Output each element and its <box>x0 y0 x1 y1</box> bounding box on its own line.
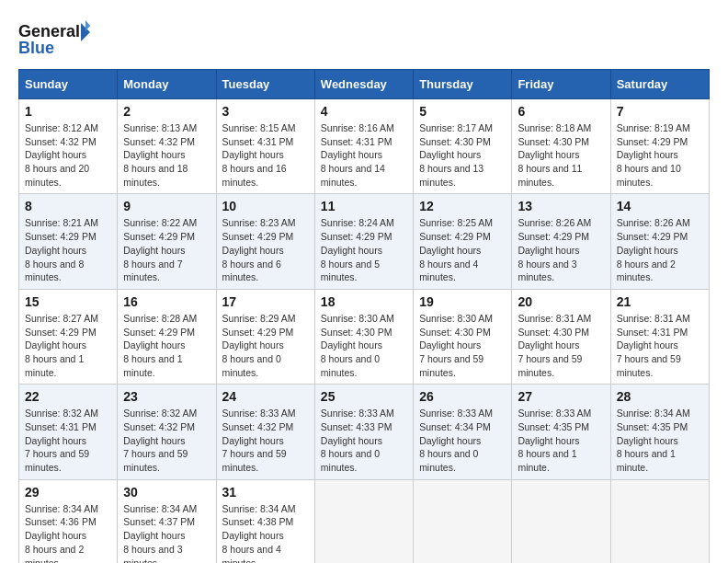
day-number: 20 <box>518 294 604 309</box>
day-number: 1 <box>25 104 111 119</box>
calendar-cell: 25Sunrise: 8:33 AMSunset: 4:33 PMDayligh… <box>314 385 413 479</box>
day-info: Sunrise: 8:22 AMSunset: 4:29 PMDaylight … <box>123 216 210 283</box>
day-info: Sunrise: 8:34 AMSunset: 4:38 PMDaylight … <box>222 502 309 563</box>
day-number: 29 <box>25 485 111 500</box>
calendar-cell: 22Sunrise: 8:32 AMSunset: 4:31 PMDayligh… <box>19 385 118 479</box>
page-header: General Blue <box>18 18 710 60</box>
calendar-cell: 7Sunrise: 8:19 AMSunset: 4:29 PMDaylight… <box>610 99 709 194</box>
day-number: 18 <box>321 294 407 309</box>
calendar-week-1: 1Sunrise: 8:12 AMSunset: 4:32 PMDaylight… <box>19 99 710 194</box>
logo: General Blue <box>18 18 92 60</box>
svg-text:General: General <box>18 22 80 40</box>
svg-text:Blue: Blue <box>18 39 54 57</box>
day-number: 30 <box>123 485 210 500</box>
day-number: 28 <box>617 389 703 404</box>
calendar-cell: 23Sunrise: 8:32 AMSunset: 4:32 PMDayligh… <box>118 385 216 479</box>
calendar-cell: 21Sunrise: 8:31 AMSunset: 4:31 PMDayligh… <box>610 289 709 384</box>
weekday-header-wednesday: Wednesday <box>314 70 413 99</box>
calendar-cell: 17Sunrise: 8:29 AMSunset: 4:29 PMDayligh… <box>216 289 314 384</box>
day-info: Sunrise: 8:29 AMSunset: 4:29 PMDaylight … <box>222 312 309 379</box>
calendar-cell: 31Sunrise: 8:34 AMSunset: 4:38 PMDayligh… <box>216 479 314 563</box>
calendar-week-4: 22Sunrise: 8:32 AMSunset: 4:31 PMDayligh… <box>19 385 710 479</box>
calendar-cell: 27Sunrise: 8:33 AMSunset: 4:35 PMDayligh… <box>512 385 610 479</box>
day-number: 23 <box>123 389 210 404</box>
svg-marker-3 <box>85 20 90 31</box>
calendar-cell: 5Sunrise: 8:17 AMSunset: 4:30 PMDaylight… <box>414 99 512 194</box>
day-number: 8 <box>25 199 111 213</box>
calendar-cell: 30Sunrise: 8:34 AMSunset: 4:37 PMDayligh… <box>118 479 216 563</box>
calendar-week-2: 8Sunrise: 8:21 AMSunset: 4:29 PMDaylight… <box>19 194 710 289</box>
calendar-cell: 9Sunrise: 8:22 AMSunset: 4:29 PMDaylight… <box>118 194 216 289</box>
day-info: Sunrise: 8:18 AMSunset: 4:30 PMDaylight … <box>518 121 604 189</box>
empty-cell <box>314 479 413 563</box>
empty-cell <box>610 479 709 563</box>
calendar-cell: 3Sunrise: 8:15 AMSunset: 4:31 PMDaylight… <box>216 99 314 194</box>
calendar-cell: 15Sunrise: 8:27 AMSunset: 4:29 PMDayligh… <box>19 289 118 384</box>
day-info: Sunrise: 8:13 AMSunset: 4:32 PMDaylight … <box>123 121 210 189</box>
day-number: 4 <box>321 104 407 119</box>
day-info: Sunrise: 8:33 AMSunset: 4:34 PMDaylight … <box>419 407 506 474</box>
day-number: 10 <box>222 199 309 213</box>
calendar-cell: 12Sunrise: 8:25 AMSunset: 4:29 PMDayligh… <box>414 194 512 289</box>
day-number: 7 <box>617 104 703 119</box>
day-info: Sunrise: 8:15 AMSunset: 4:31 PMDaylight … <box>222 121 309 189</box>
day-number: 27 <box>518 389 604 404</box>
day-number: 2 <box>123 104 210 119</box>
day-number: 9 <box>123 199 210 213</box>
day-info: Sunrise: 8:17 AMSunset: 4:30 PMDaylight … <box>419 121 506 189</box>
day-number: 11 <box>321 199 407 213</box>
calendar-cell: 2Sunrise: 8:13 AMSunset: 4:32 PMDaylight… <box>118 99 216 194</box>
day-number: 3 <box>222 104 309 119</box>
weekday-header-friday: Friday <box>512 70 610 99</box>
weekday-header-row: SundayMondayTuesdayWednesdayThursdayFrid… <box>19 70 710 99</box>
day-info: Sunrise: 8:33 AMSunset: 4:32 PMDaylight … <box>222 407 309 474</box>
calendar-cell: 16Sunrise: 8:28 AMSunset: 4:29 PMDayligh… <box>118 289 216 384</box>
day-number: 21 <box>617 294 703 309</box>
day-number: 5 <box>419 104 506 119</box>
logo-svg: General Blue <box>18 18 92 60</box>
day-info: Sunrise: 8:21 AMSunset: 4:29 PMDaylight … <box>25 216 111 283</box>
calendar-cell: 1Sunrise: 8:12 AMSunset: 4:32 PMDaylight… <box>19 99 118 194</box>
day-info: Sunrise: 8:34 AMSunset: 4:37 PMDaylight … <box>123 502 210 563</box>
day-number: 17 <box>222 294 309 309</box>
day-info: Sunrise: 8:23 AMSunset: 4:29 PMDaylight … <box>222 216 309 283</box>
day-number: 31 <box>222 485 309 500</box>
calendar-cell: 19Sunrise: 8:30 AMSunset: 4:30 PMDayligh… <box>414 289 512 384</box>
calendar-cell: 11Sunrise: 8:24 AMSunset: 4:29 PMDayligh… <box>314 194 413 289</box>
calendar-cell: 20Sunrise: 8:31 AMSunset: 4:30 PMDayligh… <box>512 289 610 384</box>
calendar-cell: 10Sunrise: 8:23 AMSunset: 4:29 PMDayligh… <box>216 194 314 289</box>
weekday-header-tuesday: Tuesday <box>216 70 314 99</box>
day-number: 19 <box>419 294 506 309</box>
day-number: 25 <box>321 389 407 404</box>
calendar-cell: 4Sunrise: 8:16 AMSunset: 4:31 PMDaylight… <box>314 99 413 194</box>
day-number: 12 <box>419 199 506 213</box>
day-info: Sunrise: 8:34 AMSunset: 4:36 PMDaylight … <box>25 502 111 563</box>
day-info: Sunrise: 8:34 AMSunset: 4:35 PMDaylight … <box>617 407 703 474</box>
calendar-week-3: 15Sunrise: 8:27 AMSunset: 4:29 PMDayligh… <box>19 289 710 384</box>
day-info: Sunrise: 8:31 AMSunset: 4:31 PMDaylight … <box>617 312 703 379</box>
day-info: Sunrise: 8:30 AMSunset: 4:30 PMDaylight … <box>419 312 506 379</box>
day-info: Sunrise: 8:24 AMSunset: 4:29 PMDaylight … <box>321 216 407 283</box>
weekday-header-monday: Monday <box>118 70 216 99</box>
day-number: 16 <box>123 294 210 309</box>
day-info: Sunrise: 8:12 AMSunset: 4:32 PMDaylight … <box>25 121 111 189</box>
calendar-cell: 24Sunrise: 8:33 AMSunset: 4:32 PMDayligh… <box>216 385 314 479</box>
day-info: Sunrise: 8:26 AMSunset: 4:29 PMDaylight … <box>518 216 604 283</box>
calendar-cell: 26Sunrise: 8:33 AMSunset: 4:34 PMDayligh… <box>414 385 512 479</box>
calendar-cell: 8Sunrise: 8:21 AMSunset: 4:29 PMDaylight… <box>19 194 118 289</box>
day-number: 26 <box>419 389 506 404</box>
day-info: Sunrise: 8:33 AMSunset: 4:33 PMDaylight … <box>321 407 407 474</box>
weekday-header-thursday: Thursday <box>414 70 512 99</box>
calendar-cell: 6Sunrise: 8:18 AMSunset: 4:30 PMDaylight… <box>512 99 610 194</box>
day-info: Sunrise: 8:25 AMSunset: 4:29 PMDaylight … <box>419 216 506 283</box>
day-info: Sunrise: 8:33 AMSunset: 4:35 PMDaylight … <box>518 407 604 474</box>
day-number: 14 <box>617 199 703 213</box>
calendar-cell: 14Sunrise: 8:26 AMSunset: 4:29 PMDayligh… <box>610 194 709 289</box>
day-info: Sunrise: 8:26 AMSunset: 4:29 PMDaylight … <box>617 216 703 283</box>
weekday-header-sunday: Sunday <box>19 70 118 99</box>
day-info: Sunrise: 8:32 AMSunset: 4:32 PMDaylight … <box>123 407 210 474</box>
calendar-cell: 28Sunrise: 8:34 AMSunset: 4:35 PMDayligh… <box>610 385 709 479</box>
day-info: Sunrise: 8:19 AMSunset: 4:29 PMDaylight … <box>617 121 703 189</box>
day-info: Sunrise: 8:30 AMSunset: 4:30 PMDaylight … <box>321 312 407 379</box>
day-info: Sunrise: 8:16 AMSunset: 4:31 PMDaylight … <box>321 121 407 189</box>
